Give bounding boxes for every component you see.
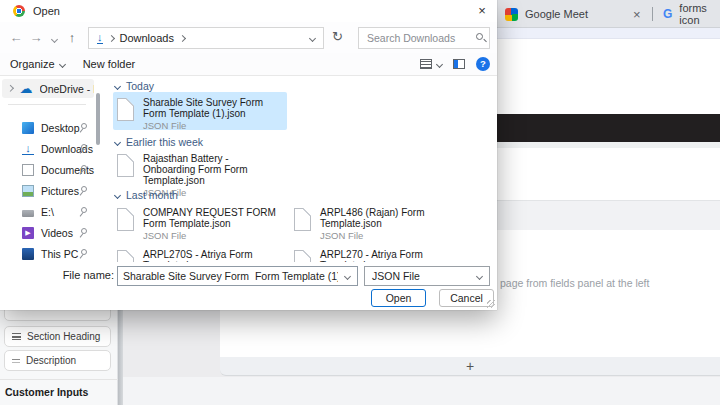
- collapse-chevron-icon[interactable]: [114, 82, 121, 89]
- google-favicon: G: [663, 7, 672, 21]
- address-dropdown-icon[interactable]: [309, 34, 316, 41]
- sidebar-item-pictures[interactable]: Pictures: [2, 181, 94, 200]
- file-tile[interactable]: ARPL270S - Atriya Form Template.json JSO…: [113, 244, 287, 262]
- pin-icon: [78, 165, 88, 175]
- sidebar-item-onedrive[interactable]: ☁ OneDrive - Perso: [2, 79, 94, 98]
- group-header-last-month[interactable]: Last month: [115, 189, 178, 201]
- file-name-input[interactable]: [118, 268, 338, 284]
- forward-icon[interactable]: →: [26, 30, 46, 45]
- file-tile[interactable]: Rajasthan Battery - Onboarding Form Form…: [113, 148, 287, 186]
- drive-icon: [22, 210, 34, 217]
- file-name-combo[interactable]: [117, 266, 358, 286]
- sidebar-item-e-drive[interactable]: E:\: [2, 202, 94, 221]
- sidebar-item-desktop[interactable]: Desktop: [2, 118, 94, 137]
- search-box[interactable]: [358, 27, 490, 49]
- dialog-close-icon[interactable]: ×: [474, 3, 490, 19]
- fields-panel-scrollbar[interactable]: [118, 310, 123, 405]
- organize-button[interactable]: Organize: [10, 58, 65, 70]
- sidebar-item-this-pc[interactable]: This PC: [2, 244, 94, 262]
- sidebar-item-videos[interactable]: ▶ Videos: [2, 223, 94, 242]
- dialog-titlebar: Open: [0, 0, 497, 22]
- dialog-body: ☁ OneDrive - Perso Desktop ↓ Downloads D…: [0, 76, 497, 262]
- file-type-value: JSON File: [372, 270, 420, 282]
- sidebar-item-documents[interactable]: Documents: [2, 160, 94, 179]
- address-bar[interactable]: ↓ Downloads: [88, 27, 324, 49]
- open-dialog: Open × ← → ↑ ↓ Downloads ↻ Organize: [0, 0, 497, 310]
- file-tile[interactable]: ARPL270 - Atriya Form Template.json JSON…: [290, 244, 464, 262]
- panel-section-title: Customer Inputs: [5, 386, 88, 398]
- json-file-icon: [117, 154, 134, 177]
- file-type: JSON File: [320, 230, 460, 241]
- form-card: [220, 310, 720, 357]
- add-page-bar[interactable]: +: [220, 357, 720, 376]
- expand-chevron-icon[interactable]: [7, 85, 14, 92]
- file-type-select[interactable]: JSON File: [364, 266, 490, 286]
- sidebar-item-downloads[interactable]: ↓ Downloads: [2, 139, 94, 158]
- screen: Google Meet × G forms icon page from fie…: [0, 0, 720, 405]
- group-label: Last month: [126, 189, 178, 201]
- refresh-icon[interactable]: ↻: [332, 29, 343, 44]
- section-heading-icon: [12, 333, 21, 340]
- file-name: Rajasthan Battery - Onboarding Form Form…: [143, 153, 283, 186]
- up-icon[interactable]: ↑: [62, 30, 82, 45]
- google-meet-icon: [505, 8, 518, 21]
- plus-icon[interactable]: +: [466, 359, 474, 373]
- description-icon: [12, 359, 20, 363]
- group-header-earlier-this-week[interactable]: Earlier this week: [115, 136, 203, 148]
- file-name: ARPL270S - Atriya Form Template.json: [143, 249, 283, 262]
- sidebar-item-label: Pictures: [41, 185, 79, 197]
- breadcrumb-chevron-icon: [179, 34, 186, 41]
- json-file-icon: [117, 98, 134, 121]
- resize-grip[interactable]: [487, 300, 495, 308]
- group-header-today[interactable]: Today: [115, 80, 154, 92]
- tab-google-meet[interactable]: Google Meet: [505, 0, 588, 28]
- organize-chevron-icon: [59, 60, 66, 67]
- file-tile[interactable]: COMPANY REQUEST FORM Form Template.json …: [113, 202, 287, 240]
- filetype-dropdown-icon: [476, 273, 483, 280]
- file-tile[interactable]: ARPL486 (Rajan) Form Template.json JSON …: [290, 202, 464, 240]
- pin-icon: [78, 186, 88, 196]
- file-name: Sharable Site Survey Form Form Template …: [143, 97, 283, 119]
- collapse-chevron-icon[interactable]: [114, 138, 121, 145]
- view-chevron-icon: [436, 60, 443, 67]
- tab-google-meet-label: Google Meet: [525, 8, 588, 20]
- breadcrumb-chevron-icon: [107, 34, 114, 41]
- search-input[interactable]: [359, 29, 464, 47]
- field-item-section-heading[interactable]: Section Heading: [4, 326, 111, 347]
- sidebar-scrollbar[interactable]: [96, 93, 100, 145]
- cancel-button[interactable]: Cancel: [439, 289, 494, 307]
- collapse-chevron-icon[interactable]: [114, 191, 121, 198]
- list-view-icon: [420, 59, 432, 69]
- open-button[interactable]: Open: [371, 289, 426, 307]
- onedrive-cloud-icon: ☁: [20, 83, 33, 95]
- tab-close-icon[interactable]: ×: [633, 8, 641, 21]
- pictures-icon: [22, 185, 34, 197]
- filename-dropdown-icon[interactable]: [344, 273, 351, 280]
- file-tile-selected[interactable]: Sharable Site Survey Form Form Template …: [113, 92, 287, 130]
- this-pc-icon: [22, 248, 34, 260]
- sidebar-divider: [8, 104, 86, 105]
- tab-forms-icon-label: forms icon: [679, 2, 720, 26]
- file-name: ARPL486 (Rajan) Form Template.json: [320, 207, 460, 229]
- panel-divider: [0, 379, 118, 380]
- pin-icon: [78, 249, 88, 259]
- search-icon: [476, 33, 483, 40]
- pin-icon: [78, 207, 88, 217]
- file-type: JSON File: [143, 230, 283, 241]
- breadcrumb[interactable]: Downloads: [120, 32, 174, 44]
- new-folder-label: New folder: [83, 58, 136, 70]
- preview-pane-icon[interactable]: [453, 59, 465, 69]
- dialog-toolbar: Organize New folder ?: [0, 53, 497, 76]
- view-mode-button[interactable]: [420, 59, 442, 69]
- history-chevron-icon[interactable]: [46, 30, 62, 45]
- tab-forms-icon[interactable]: G forms icon: [663, 0, 720, 28]
- new-folder-button[interactable]: New folder: [83, 58, 136, 70]
- desktop-icon: [22, 122, 34, 134]
- file-name: COMPANY REQUEST FORM Form Template.json: [143, 207, 283, 229]
- field-item-label: Description: [26, 355, 76, 366]
- back-icon[interactable]: ←: [6, 30, 26, 45]
- help-icon[interactable]: ?: [476, 57, 490, 71]
- field-item-description[interactable]: Description: [4, 350, 111, 371]
- downloads-icon: ↓: [22, 143, 34, 155]
- documents-icon: [22, 164, 34, 176]
